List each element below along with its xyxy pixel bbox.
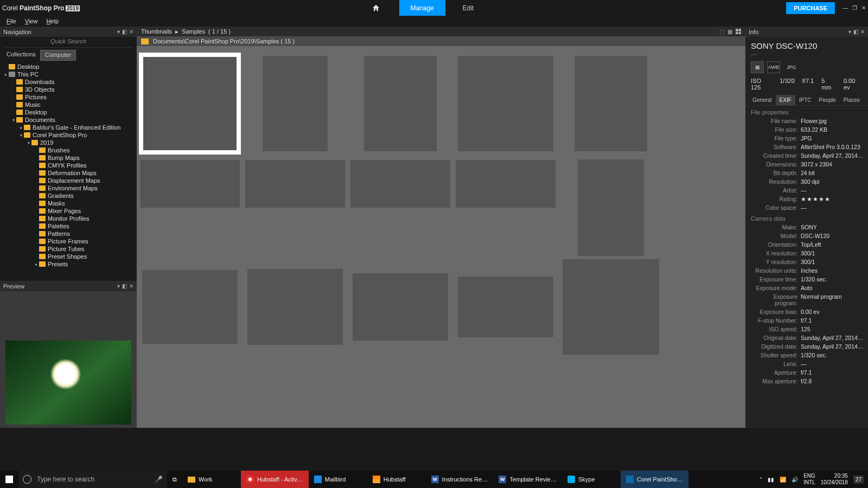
tree-item[interactable]: ▸Baldur's Gate - Enhanced Edition [0, 124, 137, 131]
property-row: Aperture:f/7.1 [745, 368, 868, 377]
thumbnail-item[interactable] [139, 53, 241, 155]
tree-item[interactable]: Palettes [0, 222, 137, 230]
tree-item[interactable]: ▸Presets [0, 260, 137, 268]
taskbar-app[interactable]: Work [182, 471, 241, 488]
tree-item[interactable]: CMYK Profiles [0, 162, 137, 169]
tree-item[interactable]: Displacement Maps [0, 177, 137, 184]
tree-item[interactable]: ▸This PC [0, 70, 137, 78]
thumbnail-item[interactable] [139, 158, 241, 210]
thumbnail-item[interactable] [349, 53, 451, 155]
tree-item[interactable]: Bump Maps [0, 154, 137, 162]
nav-tab-computer[interactable]: Computer [40, 50, 76, 61]
thumbnail-item[interactable] [139, 261, 241, 353]
panel-undock-icon[interactable]: ◧ [122, 283, 127, 289]
thumbnail-item[interactable] [455, 261, 557, 353]
menu-file[interactable]: File [3, 17, 20, 25]
thumbnail-item[interactable] [244, 53, 346, 155]
thumbnail-item[interactable] [349, 158, 451, 210]
info-tab-places[interactable]: Places [840, 95, 864, 105]
tree-item[interactable]: 3D Objects [0, 86, 137, 93]
thumbnail-item[interactable] [455, 158, 557, 210]
battery-icon[interactable]: ▮▮ [768, 477, 774, 483]
maximize-button[interactable]: ❐ [852, 5, 857, 11]
notifications-button[interactable]: 27 [853, 476, 864, 484]
view-raw-icon[interactable]: AWB [767, 61, 780, 73]
tree-item[interactable]: Monitor Profiles [0, 215, 137, 222]
panel-menu-icon[interactable]: ▾ [117, 29, 120, 35]
panel-undock-icon[interactable]: ◧ [122, 29, 127, 35]
taskbar-app[interactable]: Mailbird [309, 471, 367, 488]
start-button[interactable] [0, 471, 18, 488]
tray-chevron-icon[interactable]: ˄ [760, 477, 762, 483]
taskbar-app[interactable]: Skype [562, 471, 621, 488]
tree-item[interactable]: Patterns [0, 230, 137, 237]
tree-item[interactable]: Deformation Maps [0, 169, 137, 177]
thumbnail-item[interactable] [560, 53, 662, 155]
panel-menu-icon[interactable]: ▾ [117, 283, 120, 289]
task-view-button[interactable]: ⧉ [167, 471, 182, 488]
tree-item[interactable]: Mixer Pages [0, 207, 137, 215]
taskbar-app[interactable]: WTemplate Revie… [493, 471, 562, 488]
crumb-samples[interactable]: Samples [182, 28, 205, 35]
menu-help[interactable]: Help [43, 17, 62, 25]
info-tabs: General EXIF IPTC People Places [745, 95, 868, 106]
tree-item[interactable]: Desktop [0, 108, 137, 116]
tree-item[interactable]: Music [0, 101, 137, 108]
language-indicator[interactable]: ENGINTL [803, 473, 815, 486]
clock[interactable]: 20:3510/24/2018 [821, 473, 848, 486]
panel-close-icon[interactable]: ✕ [129, 283, 133, 289]
tree-item[interactable]: Desktop [0, 63, 137, 70]
volume-icon[interactable]: 🔊 [792, 477, 798, 483]
panel-menu-icon[interactable]: ▾ [848, 29, 851, 35]
tree-item[interactable]: Preset Shapes [0, 253, 137, 260]
view-thumb-grid-icon[interactable] [736, 29, 741, 34]
menu-view[interactable]: View [22, 17, 41, 25]
purchase-button[interactable]: PURCHASE [786, 2, 835, 14]
thumbnail-item[interactable] [244, 261, 346, 353]
info-tab-iptc[interactable]: IPTC [795, 95, 815, 105]
taskbar-app[interactable]: Hubstaff [367, 471, 426, 488]
tree-item[interactable]: ▾Documents [0, 116, 137, 124]
panel-close-icon[interactable]: ✕ [129, 29, 133, 35]
thumbnail-item[interactable] [455, 53, 557, 155]
tree-item[interactable]: Downloads [0, 78, 137, 86]
taskbar-app[interactable]: WInstructions Re… [426, 471, 493, 488]
crumb-thumbnails[interactable]: Thumbnails [141, 28, 172, 35]
info-tab-exif[interactable]: EXIF [776, 95, 795, 105]
info-tab-people[interactable]: People [815, 95, 840, 105]
mic-icon[interactable]: 🎤 [155, 476, 163, 483]
close-button[interactable]: ✕ [861, 5, 866, 11]
tab-edit[interactable]: Edit [445, 0, 492, 16]
panel-close-icon[interactable]: ✕ [860, 29, 865, 35]
wifi-icon[interactable]: 📶 [780, 477, 786, 483]
tree-item[interactable]: Gradients [0, 192, 137, 200]
view-thumb-med-icon[interactable]: ▦ [727, 29, 732, 35]
nav-tab-collections[interactable]: Collections [2, 50, 40, 61]
taskbar-app[interactable]: Hubstaff - Activ… [241, 471, 309, 488]
tab-home[interactable] [353, 0, 399, 16]
taskbar-search[interactable]: Type here to search 🎤 [18, 471, 167, 488]
tree-item[interactable]: Environment Maps [0, 184, 137, 192]
thumbnail-item[interactable] [349, 261, 451, 353]
view-thumb-small-icon[interactable]: ⬚ [719, 29, 724, 35]
tree-item[interactable]: Brushes [0, 146, 137, 154]
thumbnail-item[interactable] [560, 261, 662, 353]
property-row: Bit depth:24 bit [745, 169, 868, 177]
tree-item[interactable]: Picture Tubes [0, 245, 137, 253]
thumbnail-item[interactable] [244, 158, 346, 210]
minimize-button[interactable]: — [843, 5, 848, 11]
tab-manage[interactable]: Manage [399, 0, 445, 16]
info-tab-general[interactable]: General [749, 95, 776, 105]
thumbnail-item[interactable] [560, 158, 662, 258]
tree-item[interactable]: Picture Frames [0, 237, 137, 245]
tree-item[interactable]: Masks [0, 200, 137, 207]
tree-item[interactable]: ▾2019 [0, 139, 137, 146]
view-grid-icon[interactable]: ▦ [751, 61, 764, 73]
tree-item[interactable]: Pictures [0, 93, 137, 101]
quick-search-input[interactable]: Quick Search [4, 38, 132, 48]
tree-item[interactable]: ▾Corel PaintShop Pro [0, 131, 137, 139]
folder-tree[interactable]: Desktop▸This PC Downloads 3D Objects Pic… [0, 62, 137, 281]
panel-undock-icon[interactable]: ◧ [853, 29, 858, 35]
path-bar[interactable]: Documents\Corel PaintShop Pro\2019\Sampl… [137, 36, 745, 46]
taskbar-app[interactable]: Corel PaintSho… [621, 471, 688, 488]
